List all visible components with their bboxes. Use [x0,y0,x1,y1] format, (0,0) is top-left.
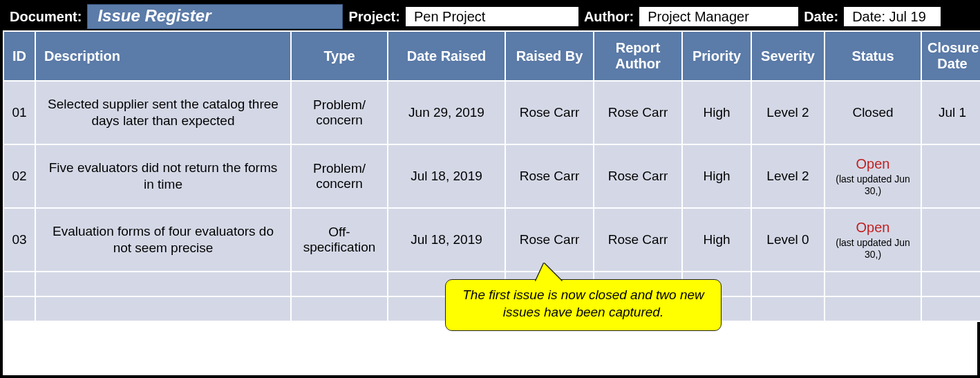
col-severity: Severity [751,31,824,81]
cell-type: Problem/ concern [291,144,388,208]
table-header-row: ID Description Type Date Raised Raised B… [3,31,980,81]
document-title: Issue Register [87,4,343,29]
cell-id: 01 [3,81,35,144]
issue-register-document: Document: Issue Register Project: Pen Pr… [0,0,980,378]
date-label: Date: [804,9,838,25]
document-label: Document: [10,9,82,25]
cell-report-author: Rose Carr [594,208,682,272]
table-row: 03 Evaluation forms of four evaluators d… [3,208,980,272]
cell-raised-by: Rose Carr [505,144,594,208]
cell-priority: High [682,81,751,144]
status-note: (last updated Jun 30,) [832,173,914,196]
cell-date-raised: Jul 18, 2019 [388,144,505,208]
cell-date-raised: Jun 29, 2019 [388,81,505,144]
cell-status: Closed [824,81,921,144]
document-meta-bar: Document: Issue Register Project: Pen Pr… [3,3,977,30]
col-id: ID [3,31,35,81]
table-row: 01 Selected supplier sent the catalog th… [3,81,980,144]
cell-raised-by: Rose Carr [505,208,594,272]
cell-description: Five evaluators did not return the forms… [35,144,291,208]
cell-severity: Level 0 [751,208,824,272]
cell-id: 02 [3,144,35,208]
cell-status: Open (last updated Jun 30,) [824,144,921,208]
status-text: Open [832,220,914,236]
cell-raised-by: Rose Carr [505,81,594,144]
col-raised-by: Raised By [505,31,594,81]
cell-severity: Level 2 [751,144,824,208]
cell-closure-date [921,144,980,208]
author-label: Author: [584,9,634,25]
cell-type: Problem/ concern [291,81,388,144]
cell-status: Open (last updated Jun 30,) [824,208,921,272]
date-value: Date: Jul 19 [844,7,941,26]
project-value: Pen Project [406,7,578,26]
col-report-author: Report Author [594,31,682,81]
col-date-raised: Date Raised [388,31,505,81]
col-priority: Priority [682,31,751,81]
cell-description: Evaluation forms of four evaluators do n… [35,208,291,272]
status-text: Open [832,156,914,172]
cell-description: Selected supplier sent the catalog three… [35,81,291,144]
col-status: Status [824,31,921,81]
table-row: 02 Five evaluators did not return the fo… [3,144,980,208]
col-description: Description [35,31,291,81]
cell-date-raised: Jul 18, 2019 [388,208,505,272]
cell-closure-date [921,208,980,272]
cell-report-author: Rose Carr [594,81,682,144]
author-value: Project Manager [639,7,798,26]
cell-priority: High [682,208,751,272]
status-note: (last updated Jun 30,) [832,237,914,259]
cell-priority: High [682,144,751,208]
table-row-blank [3,296,980,321]
col-type: Type [291,31,388,81]
table-row-blank [3,272,980,296]
status-text: Closed [852,105,893,120]
cell-id: 03 [3,208,35,272]
issue-table: ID Description Type Date Raised Raised B… [3,30,980,322]
cell-type: Off-specification [291,208,388,272]
col-closure-date: Closure Date [921,31,980,81]
cell-closure-date: Jul 1 [921,81,980,144]
project-label: Project: [348,9,399,25]
cell-report-author: Rose Carr [594,144,682,208]
cell-severity: Level 2 [751,81,824,144]
